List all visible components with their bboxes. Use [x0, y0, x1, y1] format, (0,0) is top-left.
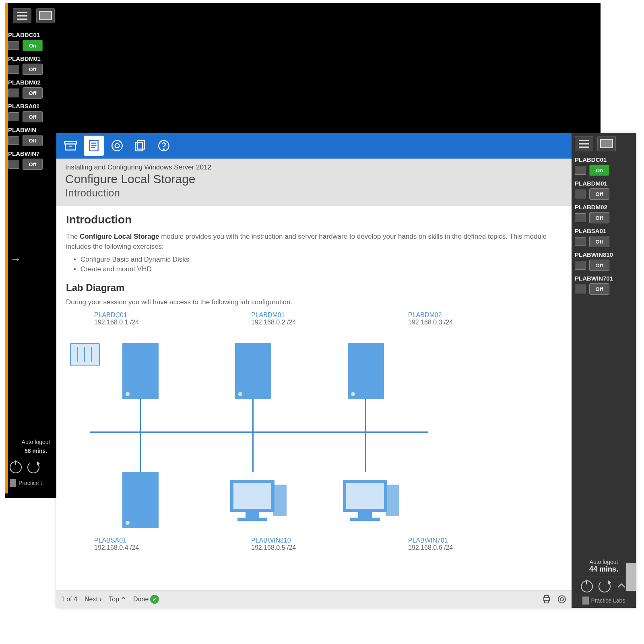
settings-tab[interactable]: [107, 136, 127, 156]
device-item[interactable]: PLABWIN7 Off: [8, 150, 56, 170]
refresh-icon[interactable]: [27, 461, 39, 473]
lab-diagram: PLABDC01192.168.0.1 /24 PLABDM01192.168.…: [66, 312, 562, 569]
section-title: Introduction: [65, 187, 563, 199]
device-status[interactable]: Off: [589, 260, 609, 271]
module-title: Configure Local Storage: [65, 172, 563, 186]
auto-logout-label: Auto logout: [10, 439, 62, 445]
front-window: Installing and Configuring Windows Serve…: [56, 133, 636, 608]
node-ip: 192.168.0.1 /24: [94, 319, 175, 326]
svg-rect-14: [545, 596, 549, 598]
device-name: PLABWIN810: [575, 251, 633, 258]
device-item[interactable]: PLABDM02 Off: [8, 79, 56, 99]
device-name: PLABDM01: [575, 180, 633, 187]
share-icon[interactable]: [616, 580, 627, 591]
svg-point-17: [558, 596, 566, 603]
server-icon: [348, 343, 384, 399]
highlight-bar: [5, 3, 8, 493]
documents-icon: [134, 139, 147, 153]
device-item[interactable]: PLABDM01 Off: [8, 55, 56, 75]
device-item[interactable]: PLABWIN701Off: [575, 275, 633, 295]
list-item: Configure Basic and Dynamic Disks: [80, 256, 562, 264]
server-icon: [8, 65, 19, 74]
node-ip: 192.168.0.4 /24: [94, 544, 175, 551]
device-status[interactable]: Off: [23, 111, 43, 122]
display-button[interactable]: [36, 8, 55, 23]
device-status[interactable]: Off: [23, 87, 43, 99]
device-item[interactable]: PLABDC01On: [575, 156, 633, 176]
server-icon: [8, 136, 19, 145]
help-icon: [157, 139, 171, 153]
brand: Practice Labs: [575, 597, 633, 605]
device-status[interactable]: On: [589, 165, 609, 176]
devices-tab[interactable]: [60, 136, 80, 156]
device-name: PLABDC01: [575, 156, 633, 163]
node-ip: 192.168.0.6 /24: [408, 544, 489, 551]
top-button[interactable]: Top ⌃: [109, 596, 126, 603]
next-button[interactable]: Next ›: [85, 596, 101, 603]
server-icon: [575, 190, 586, 198]
monitor-icon: [39, 11, 52, 20]
device-status[interactable]: On: [23, 40, 43, 51]
server-icon: [575, 213, 586, 222]
svg-point-16: [560, 598, 564, 601]
device-name: PLABSA01: [8, 103, 56, 109]
toolbar: [56, 133, 572, 159]
display-button[interactable]: [597, 136, 616, 151]
power-icon[interactable]: [10, 461, 22, 473]
auto-logout-value: 44 mins.: [575, 565, 633, 576]
device-item[interactable]: PLABSA01Off: [575, 227, 633, 247]
help-tab[interactable]: [154, 136, 174, 156]
device-name: PLABDM01: [8, 55, 56, 62]
server-icon: [8, 160, 19, 169]
workstation-icon: [230, 480, 275, 521]
book-icon: [70, 343, 100, 366]
brand: Practice L: [10, 479, 62, 487]
server-icon: [122, 343, 159, 399]
menu-button[interactable]: [575, 136, 593, 151]
device-status[interactable]: Off: [23, 135, 43, 146]
device-status[interactable]: Off: [23, 159, 43, 170]
server-icon: [122, 472, 159, 528]
svg-point-7: [115, 144, 120, 148]
expand-arrow-icon[interactable]: →: [10, 253, 21, 266]
server-icon: [575, 261, 586, 270]
svg-rect-1: [64, 141, 76, 144]
check-icon: ✓: [150, 595, 159, 604]
refresh-icon[interactable]: [599, 580, 611, 592]
lab-intro: During your session you will have access…: [66, 297, 562, 308]
settings-icon[interactable]: [557, 594, 567, 604]
device-item[interactable]: PLABSA01 Off: [8, 103, 56, 122]
device-item[interactable]: PLABWIN810Off: [575, 251, 633, 271]
power-icon[interactable]: [581, 580, 593, 592]
svg-point-12: [163, 149, 164, 150]
menu-button[interactable]: [13, 8, 31, 23]
resources-tab[interactable]: [130, 136, 151, 156]
gear-icon: [110, 139, 124, 153]
lock-icon: [10, 479, 16, 487]
content-tab[interactable]: [84, 136, 104, 156]
device-status[interactable]: Off: [589, 236, 609, 247]
device-name: PLABWIN7: [8, 150, 56, 157]
device-status[interactable]: Off: [589, 283, 609, 295]
scrollbar[interactable]: [626, 563, 636, 591]
node-name: PLABDC01: [94, 312, 175, 319]
device-item[interactable]: PLABDC01 On: [8, 31, 56, 51]
device-item[interactable]: PLABWIN Off: [8, 126, 56, 146]
print-icon[interactable]: [542, 594, 551, 604]
server-icon: [8, 89, 19, 97]
brand-name: Practice Labs: [591, 597, 625, 604]
lab-diagram-heading: Lab Diagram: [66, 282, 562, 293]
device-item[interactable]: PLABDM01Off: [575, 180, 633, 200]
device-status[interactable]: Off: [589, 212, 609, 223]
content-body: Introduction The Configure Local Storage…: [56, 206, 572, 590]
page-title: Introduction: [66, 213, 562, 226]
device-item[interactable]: PLABDM02Off: [575, 204, 633, 223]
device-name: PLABSA01: [575, 227, 633, 234]
exercise-list: Configure Basic and Dynamic Disks Create…: [80, 256, 562, 273]
device-status[interactable]: Off: [23, 64, 43, 75]
hamburger-icon: [579, 140, 589, 148]
device-status[interactable]: Off: [589, 188, 609, 200]
done-button[interactable]: Done ✓: [133, 595, 159, 604]
server-icon: [235, 343, 271, 399]
node-ip: 192.168.0.5 /24: [251, 544, 332, 551]
